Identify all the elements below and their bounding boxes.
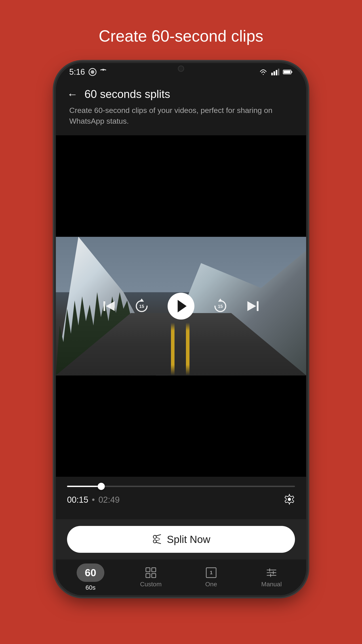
time-separator: • <box>92 495 95 505</box>
nav-item-one[interactable]: 1 One <box>181 567 241 588</box>
wifi-icon <box>259 69 268 75</box>
phone-notch <box>168 63 194 74</box>
forward-button[interactable]: 15 <box>212 298 228 314</box>
svg-rect-5 <box>278 69 279 75</box>
current-time: 00:15 <box>67 495 88 505</box>
svg-rect-24 <box>152 574 156 578</box>
nav-manual-label: Manual <box>261 581 282 588</box>
nav-60s-label: 60s <box>85 584 95 591</box>
svg-line-18 <box>156 542 161 544</box>
signal-icon <box>271 69 279 75</box>
status-time: 5:16 <box>69 67 85 77</box>
status-icons <box>259 69 293 75</box>
header: ← 60 seconds splits Create 60-second cli… <box>56 81 306 135</box>
time-display: 00:15 • 02:49 <box>67 494 295 506</box>
svg-line-19 <box>156 537 160 539</box>
svg-rect-3 <box>274 71 275 75</box>
video-area[interactable]: 15 15 <box>56 135 306 477</box>
svg-marker-12 <box>218 298 223 302</box>
svg-rect-4 <box>276 70 277 75</box>
tesla-icon <box>100 68 106 76</box>
nav-item-60s[interactable]: 60 60s <box>60 564 121 591</box>
svg-rect-13 <box>257 301 259 311</box>
road-line-right <box>186 323 189 376</box>
player-controls: 15 15 <box>56 293 306 320</box>
road-line-left <box>171 323 175 376</box>
battery-icon <box>283 69 293 75</box>
svg-marker-10 <box>106 301 115 311</box>
status-left: 5:16 <box>69 67 106 77</box>
nav-60s-value: 60 <box>85 567 96 579</box>
svg-line-17 <box>156 535 161 536</box>
manual-icon <box>266 567 277 578</box>
split-now-button[interactable]: Split Now <box>67 526 295 553</box>
skip-beginning-button[interactable] <box>102 300 116 313</box>
settings-button[interactable] <box>284 494 295 506</box>
nav-item-custom[interactable]: Custom <box>121 567 181 588</box>
nav-one-label: One <box>205 581 217 588</box>
bottom-nav: 60 60s Custom <box>56 560 306 595</box>
svg-rect-2 <box>271 73 273 75</box>
back-button[interactable]: ← <box>67 88 78 100</box>
svg-point-1 <box>91 70 94 74</box>
page-title: Create 60-second clips <box>99 27 263 45</box>
page-background: Create 60-second clips 5:16 <box>0 0 362 644</box>
svg-rect-9 <box>103 301 105 311</box>
total-time: 02:49 <box>98 495 120 505</box>
progress-bar-container[interactable] <box>67 484 295 489</box>
one-icon: 1 <box>205 567 217 578</box>
header-description: Create 60-second clips of your videos, p… <box>67 105 295 126</box>
progress-track[interactable] <box>67 486 295 487</box>
svg-marker-14 <box>247 301 256 311</box>
split-panel: Split Now <box>56 519 306 560</box>
circle-app-icon <box>88 68 96 76</box>
progress-thumb[interactable] <box>98 483 105 490</box>
svg-marker-11 <box>139 298 144 302</box>
active-pill: 60 <box>77 564 104 582</box>
svg-rect-22 <box>152 568 156 572</box>
rewind-button[interactable]: 15 <box>134 298 150 314</box>
skip-end-button[interactable] <box>246 300 260 313</box>
phone-frame: 5:16 <box>56 63 306 595</box>
nav-custom-label: Custom <box>140 581 162 588</box>
svg-rect-7 <box>291 71 292 73</box>
svg-rect-23 <box>146 574 150 578</box>
progress-fill <box>67 486 101 487</box>
header-title-row: ← 60 seconds splits <box>67 88 295 100</box>
svg-rect-21 <box>146 568 150 572</box>
nav-item-manual[interactable]: Manual <box>241 567 302 588</box>
svg-rect-8 <box>284 71 291 74</box>
video-thumbnail: 15 15 <box>56 237 306 376</box>
custom-icon <box>145 567 157 578</box>
svg-text:1: 1 <box>210 570 213 575</box>
camera-dot <box>178 66 184 72</box>
time-text: 00:15 • 02:49 <box>67 495 120 505</box>
play-button[interactable] <box>168 293 194 320</box>
svg-line-20 <box>156 540 160 541</box>
scissors-icon <box>152 534 162 545</box>
header-title: 60 seconds splits <box>84 88 170 100</box>
screen: 5:16 <box>56 63 306 595</box>
gear-icon <box>284 494 295 505</box>
bottom-controls: 00:15 • 02:49 <box>56 477 306 519</box>
split-now-label: Split Now <box>167 533 210 546</box>
